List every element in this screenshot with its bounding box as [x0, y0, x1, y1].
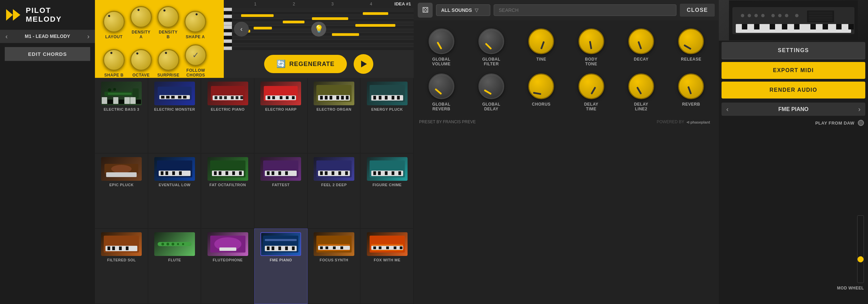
instrument-thumb-feel-2-deep — [314, 157, 354, 181]
knob-shape-a[interactable] — [184, 11, 206, 32]
yellow-knobs-row-2: SHAPE B OCTAVE SURPRISE — [103, 44, 216, 78]
svg-rect-97 — [265, 239, 297, 241]
instrument-item-focus-synth[interactable]: FOCUS SYNTH — [308, 229, 361, 304]
knob-global-reverb[interactable] — [429, 73, 454, 99]
preset-nav: ‹ FME PIANO › — [722, 103, 865, 116]
instrument-item-fme-piano[interactable]: FME PIANO — [254, 229, 308, 304]
svg-rect-101 — [278, 246, 281, 250]
preset-prev-button[interactable]: ‹ — [723, 104, 732, 114]
knob-release[interactable] — [678, 28, 704, 54]
knob-label-tine: TINE — [536, 57, 546, 62]
pk5 — [224, 22, 232, 25]
knob-delay-line2[interactable] — [628, 73, 654, 99]
instrument-item-filtered-sol[interactable]: FILTERED SOL — [95, 229, 148, 304]
mod-wheel-track[interactable] — [857, 215, 864, 283]
knob-chorus[interactable] — [528, 73, 554, 99]
instrument-item-fat-octafiltron[interactable]: FAT OCTAFILTRON — [201, 153, 254, 229]
lightbulb-icon[interactable]: 💡 — [311, 22, 326, 37]
knob-item-body-tone: BODYTONE — [570, 28, 613, 67]
knob-global-delay[interactable] — [478, 73, 504, 99]
knob-shape-b[interactable] — [103, 49, 125, 71]
knob-surprise[interactable] — [158, 49, 179, 71]
roll-nav-left: ‹ — [234, 22, 249, 37]
instrument-item-electric-bass-3[interactable]: ELECTRIC BASS 3 — [95, 78, 148, 153]
svg-rect-99 — [267, 246, 270, 250]
knob-item-release: RELEASE — [670, 28, 713, 67]
idea-label: IDEA #1 — [394, 1, 411, 6]
synth-preview — [719, 0, 868, 41]
knob-decay[interactable] — [628, 28, 654, 54]
svg-rect-80 — [398, 171, 401, 175]
svg-rect-77 — [378, 171, 381, 175]
pattern-lightbulb-area: 💡 — [311, 22, 326, 37]
knob-body-tone[interactable] — [578, 28, 604, 54]
synth-image — [719, 0, 868, 41]
instrument-thumb-figure-chime — [367, 157, 408, 181]
svg-rect-17 — [215, 96, 217, 99]
knob-reverb[interactable] — [678, 73, 704, 99]
render-audio-button[interactable]: RENDER AUDIO — [722, 82, 865, 99]
instrument-item-epic-pluck[interactable]: EPIC PLUCK — [95, 153, 148, 229]
knob-follow-chords[interactable]: ✓ — [185, 44, 206, 66]
knob-layout[interactable] — [103, 11, 125, 32]
instrument-item-fluteophone[interactable]: FLUTEOPHONE — [201, 229, 254, 304]
svg-marker-1 — [13, 9, 20, 21]
instrument-thumb-electric-monster — [154, 82, 195, 105]
track-next-button[interactable]: › — [84, 31, 92, 42]
track-prev-button[interactable]: ‹ — [3, 31, 11, 42]
svg-rect-83 — [107, 246, 110, 250]
sounds-filter-dropdown[interactable]: ALL SOUNDS ▽ — [436, 4, 490, 16]
close-button[interactable]: CLOSE — [680, 4, 715, 17]
knob-delay-time[interactable] — [578, 73, 604, 99]
svg-rect-58 — [225, 171, 228, 175]
track-nav: ‹ M1 - LEAD MELODY › — [0, 30, 95, 43]
preset-next-button[interactable]: › — [855, 104, 864, 114]
knob-density-a[interactable] — [130, 6, 152, 28]
knob-global-volume[interactable] — [429, 28, 454, 54]
export-midi-button[interactable]: EXPORT MIDI — [722, 62, 865, 79]
edit-chords-button[interactable]: EDIT CHORDS — [5, 47, 90, 61]
instrument-item-electro-harp[interactable]: ELECTRO HARP — [254, 78, 308, 153]
top-section: LAYOUT DENSITYA DENSITYB — [95, 0, 414, 78]
svg-rect-4 — [108, 93, 132, 95]
filter-arrow-icon: ▽ — [475, 7, 478, 13]
svg-rect-33 — [325, 96, 328, 100]
instrument-item-eventual-low[interactable]: EVENTUAL LOW — [148, 153, 201, 229]
knob-label-chorus: CHORUS — [532, 102, 551, 107]
instrument-item-energy-pluck[interactable]: ENERGY PLUCK — [360, 78, 414, 153]
svg-rect-44 — [397, 96, 400, 100]
instrument-item-feel-2-deep[interactable]: FEEL 2 DEEP — [308, 153, 361, 229]
instrument-item-electric-monster[interactable]: ELECTRIC MONSTER — [148, 78, 201, 153]
pk10 — [224, 40, 232, 43]
knob-tine[interactable] — [528, 28, 554, 54]
instrument-name-figure-chime: FIGURE CHIME — [373, 183, 402, 187]
pk4 — [224, 18, 232, 22]
play-button[interactable] — [354, 54, 373, 74]
knob-label-surprise: SURPRISE — [157, 73, 179, 78]
regenerate-button[interactable]: 🔄 REGENERATE — [264, 55, 347, 73]
instrument-name-fluteophone: FLUTEOPHONE — [213, 258, 243, 262]
instrument-item-fox-with-me[interactable]: FOX WITH ME — [360, 229, 414, 304]
settings-button[interactable]: SETTINGS — [722, 42, 865, 59]
instrument-item-figure-chime[interactable]: FIGURE CHIME — [360, 153, 414, 229]
knob-global-filter[interactable] — [478, 28, 504, 54]
svg-rect-84 — [112, 246, 115, 250]
knob-octave[interactable] — [130, 49, 152, 71]
search-input[interactable] — [494, 4, 676, 16]
daw-toggle[interactable] — [858, 120, 864, 126]
instrument-item-flute[interactable]: FLUTE — [148, 229, 201, 304]
svg-rect-26 — [272, 96, 275, 99]
instrument-name-epic-pluck: EPIC PLUCK — [110, 183, 134, 187]
svg-point-133 — [748, 14, 751, 17]
sound-browser-panel: ⚄ ALL SOUNDS ▽ CLOSE GLOBALVOLUME — [414, 0, 719, 304]
dice-button[interactable]: ⚄ — [418, 3, 433, 18]
pattern-prev-button[interactable]: ‹ — [234, 22, 249, 37]
instrument-item-electric-piano[interactable]: ELECTRIC PIANO — [201, 78, 254, 153]
instrument-name-filtered-sol: FILTERED SOL — [107, 258, 136, 262]
instrument-item-electro-organ[interactable]: ELECTRO ORGAN — [308, 78, 361, 153]
svg-rect-60 — [239, 171, 242, 175]
instrument-item-fattest[interactable]: FATTEST — [254, 153, 308, 229]
svg-point-135 — [761, 14, 765, 17]
svg-rect-35 — [336, 96, 339, 100]
knob-density-b[interactable] — [157, 6, 179, 28]
